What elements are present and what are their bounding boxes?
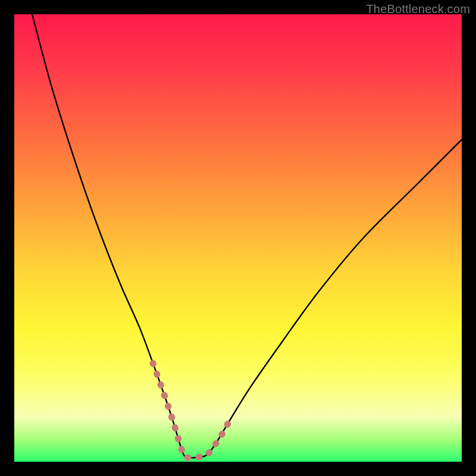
bottleneck-curve (32, 14, 462, 458)
chart-svg (14, 14, 462, 462)
dotted-overlay (153, 364, 229, 458)
